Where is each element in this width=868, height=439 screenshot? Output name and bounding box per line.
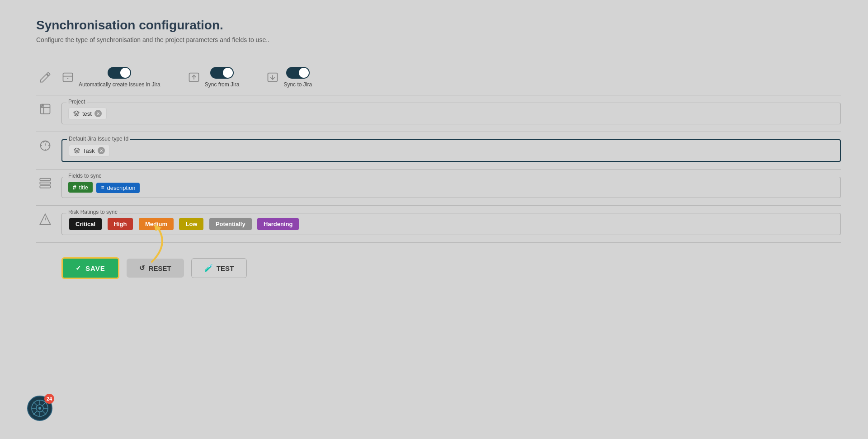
risk-ratings-label: Risk Ratings to sync bbox=[66, 209, 119, 215]
project-field[interactable]: Project test ✕ bbox=[61, 103, 841, 124]
risk-ratings-icon bbox=[36, 213, 54, 226]
save-check-icon: ✓ bbox=[75, 264, 82, 272]
pen-icon bbox=[36, 71, 54, 84]
notification-badge: 24 bbox=[44, 394, 54, 404]
svg-line-15 bbox=[42, 411, 46, 415]
test-button[interactable]: 🧪 TEST bbox=[191, 258, 247, 278]
svg-rect-3 bbox=[40, 179, 50, 181]
page-subtitle: Configure the type of synchronisation an… bbox=[36, 36, 841, 43]
fields-sync-icon bbox=[36, 177, 54, 189]
main-container: Synchronisation configuration. Configure… bbox=[0, 0, 868, 439]
toggle-sync-to: Sync to Jira bbox=[266, 67, 312, 88]
toggle-auto-create: Automatically create issues in Jira bbox=[61, 67, 160, 88]
project-tag-close[interactable]: ✕ bbox=[94, 110, 102, 117]
tag-title[interactable]: # title bbox=[68, 182, 93, 193]
badge-critical[interactable]: Critical bbox=[69, 218, 102, 230]
save-button[interactable]: ✓ SAVE bbox=[61, 257, 119, 279]
flask-icon: 🧪 bbox=[204, 264, 213, 272]
auto-create-label: Automatically create issues in Jira bbox=[79, 81, 160, 88]
badge-medium[interactable]: Medium bbox=[139, 218, 174, 230]
avatar-container[interactable]: 24 bbox=[27, 396, 52, 421]
fields-sync-label: Fields to sync bbox=[66, 173, 103, 179]
buttons-row: ✓ SAVE ↺ RESET 🧪 TEST bbox=[61, 257, 841, 279]
badge-hardening[interactable]: Hardening bbox=[257, 218, 299, 230]
reset-icon: ↺ bbox=[139, 264, 145, 272]
tag-description[interactable]: ≡ description bbox=[96, 183, 140, 193]
toggle-sync-from: Sync from Jira bbox=[188, 67, 240, 88]
svg-rect-5 bbox=[40, 186, 50, 188]
issue-type-icon bbox=[36, 139, 54, 152]
svg-line-14 bbox=[33, 402, 37, 406]
auto-create-toggle-switch[interactable] bbox=[108, 67, 131, 79]
issue-type-field-label: Default Jira Issue type Id bbox=[67, 136, 130, 142]
toggles-section: Automatically create issues in Jira Sync… bbox=[36, 60, 841, 95]
badge-high[interactable]: High bbox=[108, 218, 133, 230]
sync-to-label: Sync to Jira bbox=[283, 81, 312, 88]
page-title: Synchronisation configuration. bbox=[36, 18, 841, 33]
issue-type-tag-task: Task ✕ bbox=[69, 145, 110, 156]
fields-sync-section: Fields to sync # title ≡ description bbox=[36, 170, 841, 206]
badge-potentially[interactable]: Potentially bbox=[209, 218, 252, 230]
project-tag-test: test ✕ bbox=[68, 108, 107, 119]
badge-low[interactable]: Low bbox=[179, 218, 203, 230]
risk-ratings-section: Risk Ratings to sync Critical High Mediu… bbox=[36, 206, 841, 243]
sync-to-toggle-switch[interactable] bbox=[286, 67, 310, 79]
issue-type-tag-close[interactable]: ✕ bbox=[98, 147, 105, 154]
svg-rect-4 bbox=[40, 182, 50, 184]
toggles-row: Automatically create issues in Jira Sync… bbox=[61, 67, 841, 88]
sync-from-label: Sync from Jira bbox=[205, 81, 240, 88]
project-icon: AI bbox=[36, 103, 54, 115]
reset-button[interactable]: ↺ RESET bbox=[127, 259, 184, 278]
project-field-label: Project bbox=[66, 99, 87, 105]
fields-sync-field[interactable]: Fields to sync # title ≡ description bbox=[61, 177, 841, 198]
issue-type-field[interactable]: Default Jira Issue type Id Task ✕ bbox=[61, 139, 841, 162]
svg-line-17 bbox=[33, 411, 37, 415]
sync-from-toggle-switch[interactable] bbox=[210, 67, 234, 79]
svg-point-9 bbox=[38, 407, 41, 410]
issue-type-section: Default Jira Issue type Id Task ✕ bbox=[36, 132, 841, 170]
risk-ratings-field[interactable]: Risk Ratings to sync Critical High Mediu… bbox=[61, 213, 841, 235]
project-section: AI Project test ✕ bbox=[36, 95, 841, 132]
svg-text:AI: AI bbox=[42, 104, 43, 107]
